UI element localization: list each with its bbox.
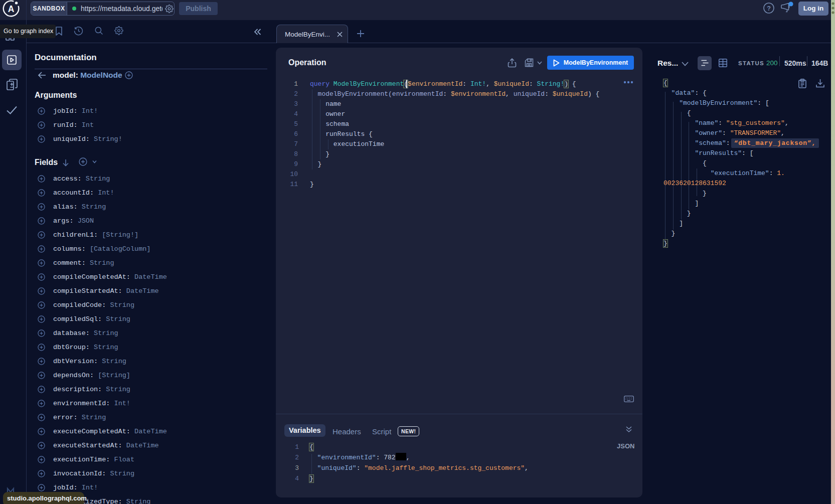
svg-text:A: A bbox=[8, 4, 15, 14]
svg-text:?: ? bbox=[767, 5, 771, 12]
